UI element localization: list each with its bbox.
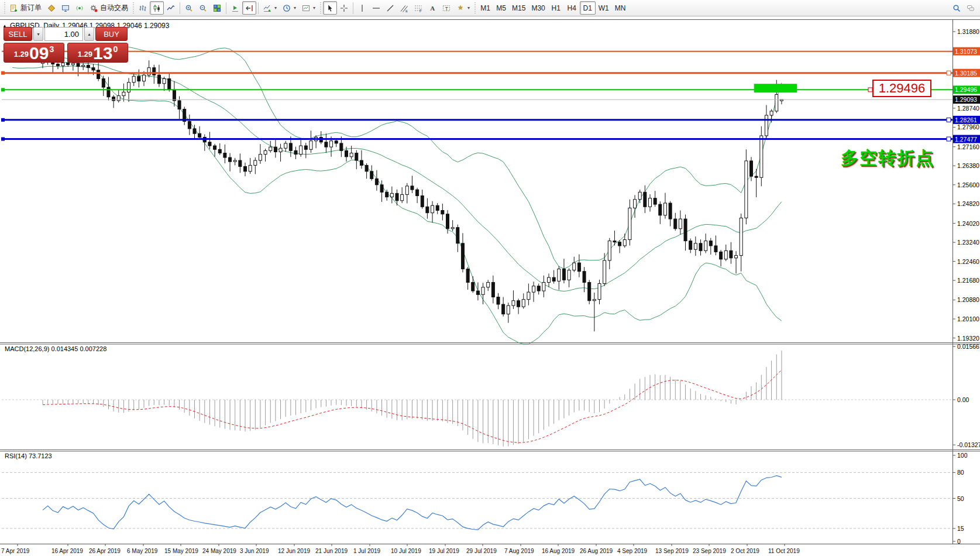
svg-text:10 Jul 2019: 10 Jul 2019 [391, 548, 421, 554]
timeframe-m15-button[interactable]: M15 [509, 1, 528, 15]
crosshair-button[interactable] [337, 1, 351, 15]
template-icon [302, 4, 310, 12]
neworder-icon [10, 4, 18, 12]
svg-text:0.00: 0.00 [957, 396, 969, 403]
timeframe-h4-button[interactable]: H4 [564, 1, 580, 15]
bar-chart-button[interactable] [136, 1, 150, 15]
tile-icon [213, 4, 221, 12]
vline-icon [358, 4, 366, 12]
vertical-line-button[interactable] [355, 1, 369, 15]
trendline-button[interactable] [383, 1, 397, 15]
volume-input[interactable] [44, 27, 83, 41]
candles-icon [153, 4, 161, 12]
sell-price-pip: 3 [49, 44, 54, 54]
toolbar-button-label: M5 [496, 4, 506, 12]
monitor-icon [61, 4, 70, 12]
buy-button[interactable]: BUY [95, 27, 128, 41]
equidistant-channel-button[interactable]: E [397, 1, 411, 15]
main-toolbar: 新订单自动交易▾▾▾EFAT▾M1M5M15M30H1H4D1W1MN [0, 0, 980, 16]
timeframe-w1-button[interactable]: W1 [596, 1, 612, 15]
zoomout-icon [199, 4, 207, 12]
timeframe-m30-button[interactable]: M30 [528, 1, 548, 15]
autoscroll-icon [231, 4, 239, 12]
new-order-button[interactable]: 新订单 [7, 1, 44, 15]
toolbar-grip [474, 2, 476, 14]
svg-text:26 Aug 2019: 26 Aug 2019 [580, 548, 613, 554]
timeframe-m1-button[interactable]: M1 [477, 1, 493, 15]
tile-windows-button[interactable] [210, 1, 224, 15]
zoom-in-button[interactable] [182, 1, 196, 15]
buy-price-big: 13 [93, 45, 112, 61]
svg-text:E: E [405, 9, 408, 12]
crosshair-icon [340, 4, 348, 12]
price-callout-box[interactable]: 1.29496 [872, 80, 931, 97]
svg-text:19 Jul 2019: 19 Jul 2019 [429, 548, 459, 554]
toolbar-button-label: H1 [552, 4, 561, 12]
linechart-icon [167, 4, 175, 12]
svg-text:1.29093: 1.29093 [955, 96, 977, 103]
sell-price-button[interactable]: 1.29 09 3 [4, 43, 64, 63]
terminal-button[interactable] [59, 1, 73, 15]
svg-text:1.27960: 1.27960 [957, 123, 979, 131]
zoomin-icon [185, 4, 193, 12]
toolbar-button-label: H4 [568, 4, 576, 12]
search-button[interactable] [950, 1, 964, 15]
indicators-button[interactable]: ▾ [260, 1, 280, 15]
gold-icon [47, 4, 56, 12]
signal-icon [75, 4, 84, 12]
svg-text:4 Sep 2019: 4 Sep 2019 [617, 548, 648, 554]
label-button[interactable]: T [439, 1, 453, 15]
autotrade-button[interactable]: 自动交易 [87, 1, 131, 15]
clock-icon [283, 4, 291, 12]
textA-icon: A [428, 4, 436, 12]
arrows-button[interactable]: ▾ [453, 1, 473, 15]
timeframe-mn-button[interactable]: MN [612, 1, 629, 15]
periods-button[interactable]: ▾ [280, 1, 299, 15]
svg-text:12 Jun 2019: 12 Jun 2019 [278, 548, 310, 554]
volume-decrease-button[interactable]: ▾ [33, 27, 43, 41]
horizontal-line-button[interactable] [369, 1, 383, 15]
fibo-icon: F [414, 4, 422, 12]
volume-increase-button[interactable]: ▴ [84, 27, 94, 41]
sell-button[interactable]: SELL [4, 27, 32, 41]
chat-button[interactable] [964, 1, 978, 15]
auto-scroll-button[interactable] [228, 1, 242, 15]
chart-profile-button[interactable] [44, 1, 59, 15]
timeframe-m5-button[interactable]: M5 [493, 1, 509, 15]
svg-text:A: A [430, 5, 435, 12]
chevron-down-icon: ▾ [467, 5, 470, 11]
search-icon [953, 4, 961, 12]
labelT-icon: T [442, 4, 451, 12]
svg-text:1.29496: 1.29496 [955, 86, 977, 93]
pivot-annotation-text: 多空转折点 [841, 146, 934, 170]
buy-price-button[interactable]: 1.29 13 0 [67, 43, 128, 63]
chevron-down-icon: ▾ [294, 5, 296, 11]
svg-text:1.25600: 1.25600 [957, 181, 979, 188]
candlestick-chart-button[interactable] [150, 1, 164, 15]
svg-text:21 Jun 2019: 21 Jun 2019 [315, 548, 348, 554]
templates-button[interactable]: ▾ [299, 1, 318, 15]
svg-text:0: 0 [957, 538, 961, 545]
chart-canvas[interactable]: 1.318801.302201.287401.279601.271601.263… [0, 0, 980, 556]
toolbar-separator [258, 2, 259, 14]
svg-text:13 Sep 2019: 13 Sep 2019 [655, 548, 689, 554]
svg-text:24 May 2019: 24 May 2019 [202, 548, 236, 554]
one-click-trading-panel: SELL ▾ ▴ BUY 1.29 09 3 1.29 13 0 [4, 27, 132, 63]
zoom-out-button[interactable] [196, 1, 210, 15]
line-chart-button[interactable] [164, 1, 178, 15]
svg-text:26 Apr 2019: 26 Apr 2019 [89, 548, 121, 554]
signals-button[interactable] [73, 1, 87, 15]
svg-text:1.28261: 1.28261 [955, 116, 977, 123]
timeframe-h1-button[interactable]: H1 [548, 1, 564, 15]
text-button[interactable]: A [425, 1, 439, 15]
timeframe-d1-button[interactable]: D1 [580, 1, 596, 15]
toolbar-grip [133, 2, 134, 14]
toolbar-separator [180, 2, 180, 14]
chevron-down-icon: ▾ [313, 5, 315, 11]
cursor-button[interactable] [323, 1, 337, 15]
chart-shift-button[interactable] [242, 1, 256, 15]
svg-text:1.24820: 1.24820 [957, 200, 979, 207]
fibonacci-button[interactable]: F [411, 1, 425, 15]
toolbar-grip [320, 2, 321, 14]
svg-text:50: 50 [957, 495, 964, 502]
